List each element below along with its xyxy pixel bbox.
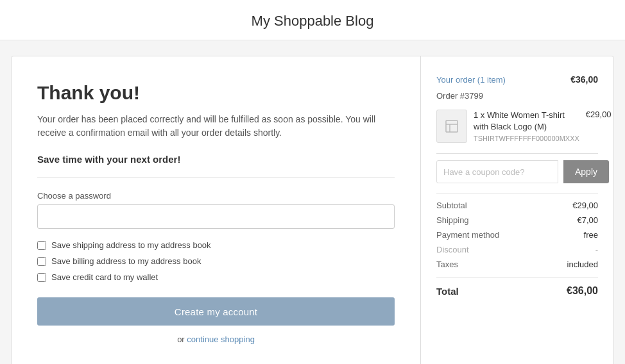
section-divider [37, 178, 395, 178]
coupon-divider [436, 153, 598, 154]
svg-rect-0 [446, 120, 458, 132]
order-item-row: 1 x White Women T-shirt with Black Logo … [436, 110, 598, 143]
order-number: Order #3799 [436, 91, 598, 101]
total-label: Total [436, 286, 459, 297]
total-value: €36,00 [567, 285, 598, 297]
payment-method-row: Payment method free [436, 230, 598, 240]
total-row: Total €36,00 [436, 277, 598, 297]
product-name: 1 x White Women T-shirt with Black Logo … [474, 110, 579, 133]
product-sku: TSHIRTWFFFFFFF000000MXXX [474, 135, 579, 142]
create-account-button[interactable]: Create my account [37, 297, 395, 326]
discount-value: - [595, 245, 598, 254]
payment-method-value: free [584, 230, 598, 240]
password-input[interactable] [37, 204, 395, 229]
taxes-value: included [567, 260, 598, 269]
discount-label: Discount [436, 245, 469, 254]
product-price: €29,00 [586, 110, 612, 119]
checkbox-credit-card-input[interactable] [37, 273, 46, 282]
checkbox-group: Save shipping address to my address book… [37, 240, 395, 282]
checkbox-credit-card[interactable]: Save credit card to my wallet [37, 272, 395, 282]
checkbox-shipping[interactable]: Save shipping address to my address book [37, 240, 395, 250]
order-header: Your order (1 item) €36,00 [436, 74, 598, 85]
summary-divider [436, 194, 598, 194]
subtotal-label: Subtotal [436, 201, 467, 210]
checkbox-billing[interactable]: Save billing address to my address book [37, 256, 395, 266]
product-thumbnail-icon [444, 119, 459, 134]
subtotal-row: Subtotal €29,00 [436, 201, 598, 210]
checkbox-billing-input[interactable] [37, 257, 46, 266]
coupon-row: Apply [436, 160, 598, 183]
save-time-heading: Save time with your next order! [37, 154, 395, 165]
coupon-input[interactable] [436, 160, 558, 183]
apply-button[interactable]: Apply [563, 160, 609, 183]
left-panel: Thank you! Your order has been placed co… [12, 56, 421, 364]
site-title: My Shoppable Blog [0, 13, 625, 29]
shipping-label: Shipping [436, 215, 469, 225]
taxes-row: Taxes included [436, 260, 598, 269]
site-header: My Shoppable Blog [0, 0, 625, 40]
or-text: or [177, 335, 185, 344]
or-continue-text: or continue shopping [37, 335, 395, 344]
checkbox-shipping-label: Save shipping address to my address book [51, 240, 211, 250]
order-link[interactable]: Your order (1 item) [436, 75, 506, 85]
right-panel: Your order (1 item) €36,00 Order #3799 1… [421, 56, 613, 364]
shipping-row: Shipping €7,00 [436, 215, 598, 225]
payment-method-label: Payment method [436, 230, 499, 240]
shipping-value: €7,00 [577, 215, 598, 225]
main-container: Thank you! Your order has been placed co… [11, 56, 614, 364]
password-label: Choose a password [37, 191, 395, 201]
checkbox-shipping-input[interactable] [37, 241, 46, 250]
subtotal-value: €29,00 [572, 201, 598, 210]
product-thumbnail [436, 110, 467, 143]
discount-row: Discount - [436, 245, 598, 254]
product-info: 1 x White Women T-shirt with Black Logo … [474, 110, 579, 142]
checkbox-credit-card-label: Save credit card to my wallet [51, 272, 158, 282]
continue-shopping-link[interactable]: continue shopping [187, 335, 255, 344]
thank-you-title: Thank you! [37, 82, 395, 104]
confirmation-text: Your order has been placed correctly and… [37, 113, 395, 140]
checkbox-billing-label: Save billing address to my address book [51, 256, 201, 266]
taxes-label: Taxes [436, 260, 458, 269]
order-total-header: €36,00 [570, 74, 598, 85]
